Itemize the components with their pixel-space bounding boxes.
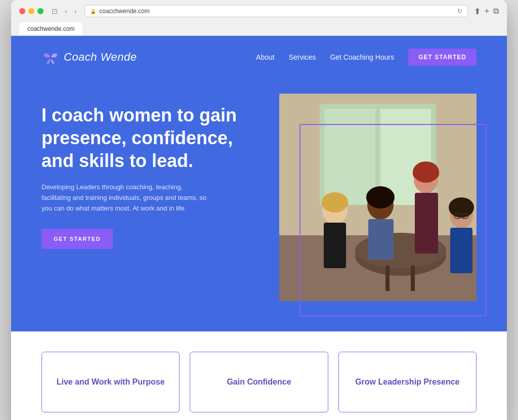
card-leadership-title: Grow Leadership Presence (355, 377, 459, 388)
nav-forward-icon[interactable]: › (72, 6, 79, 16)
card-purpose: Live and Work with Purpose (41, 352, 180, 412)
logo-link[interactable]: Coach Wende (41, 48, 137, 66)
nav-link-coaching[interactable]: Get Coaching Hours (330, 53, 394, 61)
card-leadership: Grow Leadership Presence (338, 352, 477, 412)
hero-body: I coach women to gain presence, confiden… (41, 78, 477, 301)
browser-window: ⊡ ‹ › 🔒 coacchwende.com ↻ ⬆ + ⧉ coachwen… (11, 0, 507, 420)
card-confidence: Gain Confidence (190, 352, 328, 412)
browser-toolbar-right: ⬆ + ⧉ (474, 7, 499, 16)
card-confidence-title: Gain Confidence (227, 377, 291, 388)
svg-rect-9 (411, 266, 415, 291)
nav-cta-button[interactable]: GET STARTED (408, 49, 477, 66)
hero-cta-button[interactable]: GET STARTED (41, 229, 113, 249)
browser-chrome: ⊡ ‹ › 🔒 coacchwende.com ↻ ⬆ + ⧉ coachwen… (11, 0, 507, 36)
svg-rect-22 (450, 228, 472, 273)
refresh-icon[interactable]: ↻ (457, 8, 462, 15)
nav-back-icon[interactable]: ‹ (63, 6, 69, 16)
logo-text: Coach Wende (64, 51, 137, 64)
svg-rect-13 (322, 200, 348, 207)
nav-links: About Services Get Coaching Hours GET ST… (256, 49, 477, 66)
svg-rect-8 (385, 266, 390, 291)
active-tab[interactable]: coachwende.com (19, 22, 82, 35)
cards-section: Live and Work with Purpose Gain Confiden… (11, 331, 507, 420)
maximize-button[interactable] (37, 8, 44, 14)
browser-nav-controls: ⊡ ‹ › (50, 6, 78, 16)
address-bar[interactable]: 🔒 coacchwende.com ↻ (84, 5, 467, 17)
svg-point-23 (449, 197, 474, 218)
hero-subtext: Developing Leaders through coaching, tea… (41, 182, 213, 214)
site-nav: Coach Wende About Services Get Coaching … (41, 36, 477, 78)
hero-text: I coach women to gain presence, confiden… (41, 94, 259, 249)
svg-point-16 (366, 186, 395, 208)
share-icon[interactable]: ⬆ (474, 7, 481, 16)
butterfly-icon (41, 48, 60, 66)
svg-rect-18 (415, 193, 438, 254)
nav-link-about[interactable]: About (256, 53, 275, 61)
svg-rect-11 (324, 223, 346, 268)
hero-headline: I coach women to gain presence, confiden… (41, 104, 259, 172)
lock-icon: 🔒 (90, 9, 96, 14)
nav-link-services[interactable]: Services (289, 53, 316, 61)
site-content: Coach Wende About Services Get Coaching … (11, 36, 507, 420)
hero-photo (279, 94, 477, 301)
svg-rect-20 (413, 170, 439, 179)
sidebar-toggle-icon[interactable]: ⊡ (50, 6, 60, 16)
url-text: coacchwende.com (99, 8, 149, 15)
traffic-lights (19, 8, 44, 14)
close-button[interactable] (19, 8, 25, 14)
hero-image (279, 94, 477, 301)
new-tab-icon[interactable]: + (485, 7, 489, 16)
hero-section: Coach Wende About Services Get Coaching … (11, 36, 507, 331)
card-purpose-title: Live and Work with Purpose (57, 377, 165, 388)
hero-image-wrapper (279, 94, 477, 301)
svg-rect-15 (368, 219, 394, 260)
browser-tabs: coachwende.com (19, 22, 499, 35)
tabs-icon[interactable]: ⧉ (493, 7, 499, 16)
svg-rect-3 (325, 109, 375, 205)
svg-point-0 (50, 54, 52, 61)
minimize-button[interactable] (28, 8, 34, 14)
